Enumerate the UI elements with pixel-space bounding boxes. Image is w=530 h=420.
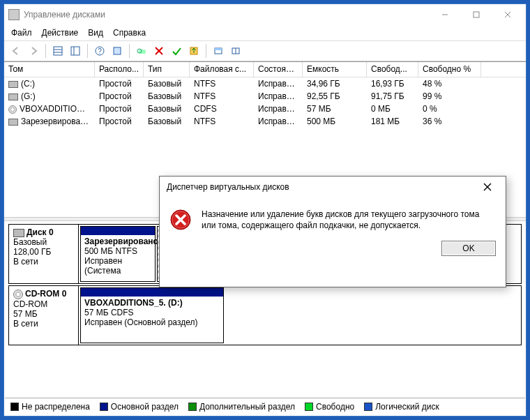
- disk-icon: [8, 81, 18, 88]
- refresh-button[interactable]: [134, 43, 149, 59]
- view-list-button[interactable]: [50, 43, 66, 59]
- volume-block[interactable]: Зарезервировано500 МБ NTFSИсправен (Сист…: [80, 226, 156, 282]
- delete-button[interactable]: [151, 43, 167, 59]
- svg-text:?: ?: [98, 47, 102, 55]
- menu-help[interactable]: Справка: [113, 28, 146, 38]
- col-status[interactable]: Состояние: [254, 62, 303, 77]
- error-icon: [169, 209, 192, 231]
- dialog-title: Диспетчер виртуальных дисков: [167, 182, 474, 192]
- cdrom-icon: [13, 290, 23, 299]
- legend-item: Свободно: [305, 402, 354, 412]
- col-layout[interactable]: Располо...: [95, 62, 144, 77]
- view-detail-button[interactable]: [68, 43, 83, 59]
- svg-rect-18: [215, 48, 222, 50]
- legend: Не распределенаОсновной разделДополнител…: [5, 398, 525, 415]
- dialog-close-button[interactable]: [474, 178, 501, 196]
- error-dialog: Диспетчер виртуальных дисков Назначение …: [159, 176, 506, 287]
- back-button[interactable]: [8, 43, 24, 59]
- menu-action[interactable]: Действие: [42, 28, 79, 38]
- help-button[interactable]: ?: [92, 43, 107, 59]
- disk-icon: [13, 229, 24, 237]
- dialog-message: Назначение или удаление букв дисков для …: [202, 209, 496, 231]
- extra1-button[interactable]: [211, 43, 226, 59]
- legend-item: Не распределена: [10, 402, 90, 412]
- toolbar-separator: [206, 44, 206, 58]
- svg-rect-4: [54, 47, 62, 55]
- col-fs[interactable]: Файловая с...: [190, 62, 254, 77]
- action-button[interactable]: [186, 43, 202, 59]
- volume-block[interactable]: VBOXADDITIONS_5. (D:)57 МБ CDFSИсправен …: [80, 287, 224, 343]
- table-row[interactable]: VBOXADDITIONS_...ПростойБазовыйCDFSИспра…: [4, 103, 526, 115]
- disk-volumes: VBOXADDITIONS_5. (D:)57 МБ CDFSИсправен …: [79, 286, 521, 345]
- legend-item: Основной раздел: [100, 402, 179, 412]
- grid-header: Том Располо... Тип Файловая с... Состоян…: [4, 62, 526, 77]
- window-title: Управление дисками: [24, 10, 429, 20]
- col-free[interactable]: Свобод...: [367, 62, 418, 77]
- svg-rect-1: [474, 12, 479, 17]
- table-row[interactable]: (C:)ПростойБазовыйNTFSИсправен...34,96 Г…: [4, 77, 526, 90]
- menu-view[interactable]: Вид: [88, 28, 103, 38]
- legend-item: Дополнительный раздел: [188, 402, 295, 412]
- toolbar-separator: [45, 44, 46, 58]
- toolbar-separator: [87, 44, 88, 58]
- svg-rect-11: [114, 47, 121, 54]
- legend-item: Логический диск: [364, 402, 439, 412]
- dialog-titlebar[interactable]: Диспетчер виртуальных дисков: [160, 177, 506, 197]
- check-button[interactable]: [169, 43, 184, 59]
- disk-info[interactable]: CD-ROM 0CD-ROM57 МБВ сети: [9, 286, 79, 345]
- app-icon: [8, 9, 20, 20]
- menu-file[interactable]: Файл: [11, 28, 32, 38]
- svg-rect-7: [71, 47, 80, 55]
- col-freepct[interactable]: Свободно %: [418, 62, 481, 77]
- dialog-ok-button[interactable]: OK: [441, 241, 496, 256]
- forward-button[interactable]: [26, 43, 41, 59]
- disk-icon: [8, 93, 18, 100]
- toolbar-separator: [129, 44, 130, 58]
- properties-button[interactable]: [109, 43, 125, 59]
- menubar: Файл Действие Вид Справка: [4, 25, 526, 40]
- maximize-button[interactable]: [460, 5, 492, 24]
- col-capacity[interactable]: Емкость: [303, 62, 367, 77]
- titlebar[interactable]: Управление дисками: [4, 4, 526, 25]
- minimize-button[interactable]: [429, 5, 460, 24]
- col-volume[interactable]: Том: [4, 62, 95, 77]
- table-row[interactable]: (G:)ПростойБазовыйNTFSИсправен...92,55 Г…: [4, 90, 526, 103]
- disk-icon: [8, 119, 18, 126]
- toolbar: ?: [4, 40, 526, 61]
- close-button[interactable]: [492, 5, 523, 24]
- disk-info[interactable]: Диск 0Базовый128,00 ГБВ сети: [9, 225, 79, 283]
- disk-row: CD-ROM 0CD-ROM57 МБВ сетиVBOXADDITIONS_5…: [8, 285, 522, 345]
- cdrom-icon: [8, 105, 17, 114]
- table-row[interactable]: Зарезервировано...ПростойБазовыйNTFSИспр…: [4, 115, 526, 128]
- extra2-button[interactable]: [228, 43, 243, 59]
- col-type[interactable]: Тип: [144, 62, 190, 77]
